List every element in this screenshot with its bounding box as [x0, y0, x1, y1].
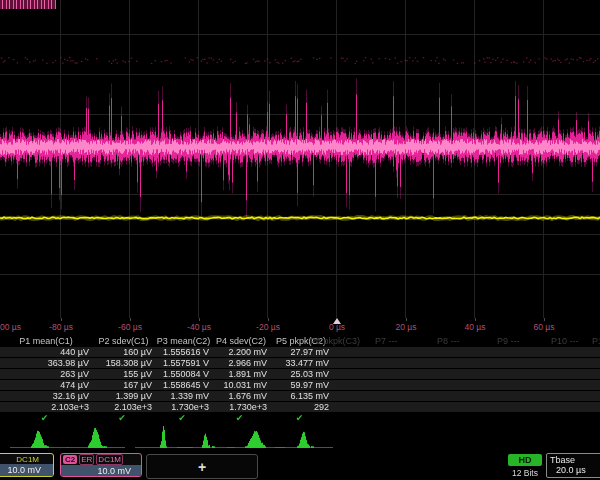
measure-header-p10: P10 ---	[551, 336, 579, 346]
time-axis-tick: -60 µs	[118, 322, 142, 332]
time-axis-tick: 60 µs	[534, 322, 555, 332]
measure-cell: 2.103e+3	[92, 402, 155, 412]
time-axis-tick: 40 µs	[465, 322, 486, 332]
measure-header-row: P1 mean(C1) P2 sdev(C1) P3 mean(C2) P4 s…	[0, 336, 600, 346]
measure-cell: 25.03 mV	[270, 369, 332, 379]
measure-row-sdev: 32.16 µV 1.399 µV 1.339 mV 1.676 mV 6.13…	[0, 391, 600, 401]
measure-cell: 1.399 µV	[92, 391, 155, 401]
add-trace-button[interactable]: +	[146, 454, 258, 479]
bottom-bar: C1 DC1M 10.0 mV C2 ER DC1M 10.0 mV + HD …	[0, 452, 600, 480]
measure-cell: 363.98 µV	[0, 358, 92, 368]
c2-scale: 10.0 mV	[61, 465, 141, 477]
time-axis-tick: -20 µs	[256, 322, 280, 332]
measure-cell: 2.200 mV	[212, 347, 270, 357]
axis-tickmark	[406, 318, 407, 321]
status-check-icon: ✔	[155, 413, 212, 423]
channel-c1-descriptor[interactable]: C1 DC1M 10.0 mV	[0, 453, 54, 477]
measure-cell: 6.135 mV	[270, 391, 332, 401]
measure-row-max: 474 µV 167 µV 1.558645 V 10.031 mV 59.97…	[0, 380, 600, 390]
trace-canvas	[0, 0, 600, 320]
cropped-pink-label	[0, 0, 56, 9]
tbase-label: Tbase	[550, 455, 600, 465]
measure-cell: 1.676 mV	[212, 391, 270, 401]
measure-cell: 1.891 mV	[212, 369, 270, 379]
axis-tickmark	[475, 318, 476, 321]
measure-header-p8: P8 ---	[437, 336, 460, 346]
measurement-table: P1 mean(C1) P2 sdev(C1) P3 mean(C2) P4 s…	[0, 336, 600, 424]
measure-cell: 1.339 mV	[155, 391, 212, 401]
measure-cell: 158.308 µV	[92, 358, 155, 368]
measure-cell: 263 µV	[0, 369, 92, 379]
measure-cell: 292	[270, 402, 332, 412]
measure-header-p11: P11 ---	[592, 336, 600, 346]
measure-cell: 474 µV	[0, 380, 92, 390]
measure-cell: 167 µV	[92, 380, 155, 390]
c2-coupling: DC1M	[96, 454, 123, 465]
measure-row-mean: 363.98 µV 158.308 µV 1.557591 V 2.966 mV…	[0, 358, 600, 368]
measure-cell: 1.550084 V	[155, 369, 212, 379]
c1-coupling: DC1M	[16, 455, 39, 464]
axis-tickmark	[199, 318, 200, 321]
measure-row-status: ✔ ✔ ✔ ✔ ✔	[0, 413, 600, 423]
status-check-icon: ✔	[270, 413, 332, 423]
trigger-position-marker[interactable]	[333, 318, 341, 324]
c2-badge: C2	[63, 455, 77, 464]
status-check-icon: ✔	[212, 413, 270, 423]
measure-header-p9: P9 ---	[497, 336, 520, 346]
axis-tickmark	[268, 318, 269, 321]
time-axis-tick: -40 µs	[187, 322, 211, 332]
measure-row-value: 440 µV 160 µV 1.555616 V 2.200 mV 27.97 …	[0, 347, 600, 357]
measure-cell: 1.557591 V	[155, 358, 212, 368]
measure-cell: 440 µV	[0, 347, 92, 357]
hd-bits-label: 12 Bits	[504, 468, 546, 478]
axis-tickmark	[61, 318, 62, 321]
c1-scale: 10.0 mV	[0, 464, 53, 476]
measure-header-p2[interactable]: P2 sdev(C1)	[92, 336, 155, 346]
histicon-canvas	[0, 424, 600, 452]
measure-row-num: 2.103e+3 2.103e+3 1.730e+3 1.730e+3 292	[0, 402, 600, 412]
measure-header-p1[interactable]: P1 mean(C1)	[0, 336, 92, 346]
measure-cell: 33.477 mV	[270, 358, 332, 368]
measure-cell: 160 µV	[92, 347, 155, 357]
measure-cell: 2.103e+3	[0, 402, 92, 412]
status-check-icon: ✔	[0, 413, 92, 423]
measure-cell: 59.97 mV	[270, 380, 332, 390]
measure-header-p3[interactable]: P3 mean(C2)	[155, 336, 212, 346]
channel-c2-descriptor[interactable]: C2 ER DC1M 10.0 mV	[60, 453, 142, 477]
time-axis: 00 µs -80 µs -60 µs -40 µs -20 µs 0 µs 2…	[0, 318, 600, 335]
measure-cell: 155 µV	[92, 369, 155, 379]
hd-mode-badge[interactable]: HD	[508, 454, 542, 466]
measure-cell: 32.16 µV	[0, 391, 92, 401]
measure-cell: 27.97 mV	[270, 347, 332, 357]
measure-cell: 10.031 mV	[212, 380, 270, 390]
measure-cell: 1.730e+3	[155, 402, 212, 412]
axis-tickmark	[130, 318, 131, 321]
measure-header-p4[interactable]: P4 sdev(C2)	[212, 336, 270, 346]
c2-eres-badge: ER	[79, 454, 94, 465]
tbase-value: 20.0 µs	[550, 465, 600, 475]
measure-cell: 1.555616 V	[155, 347, 212, 357]
measure-cell: 1.730e+3	[212, 402, 270, 412]
oscilloscope-screen: 00 µs -80 µs -60 µs -40 µs -20 µs 0 µs 2…	[0, 0, 600, 480]
time-axis-tick: 00 µs	[0, 322, 21, 332]
timebase-descriptor[interactable]: Tbase 20.0 µs	[546, 453, 600, 478]
time-axis-tick: -80 µs	[49, 322, 73, 332]
measure-cell: 1.558645 V	[155, 380, 212, 390]
measure-cell: 2.966 mV	[212, 358, 270, 368]
status-check-icon: ✔	[92, 413, 155, 423]
time-axis-tick: 20 µs	[396, 322, 417, 332]
axis-tickmark	[544, 318, 545, 321]
measure-header-p6: P6 pkpk(C3)	[310, 336, 360, 346]
measure-header-p7: P7 ---	[375, 336, 398, 346]
measure-row-min: 263 µV 155 µV 1.550084 V 1.891 mV 25.03 …	[0, 369, 600, 379]
